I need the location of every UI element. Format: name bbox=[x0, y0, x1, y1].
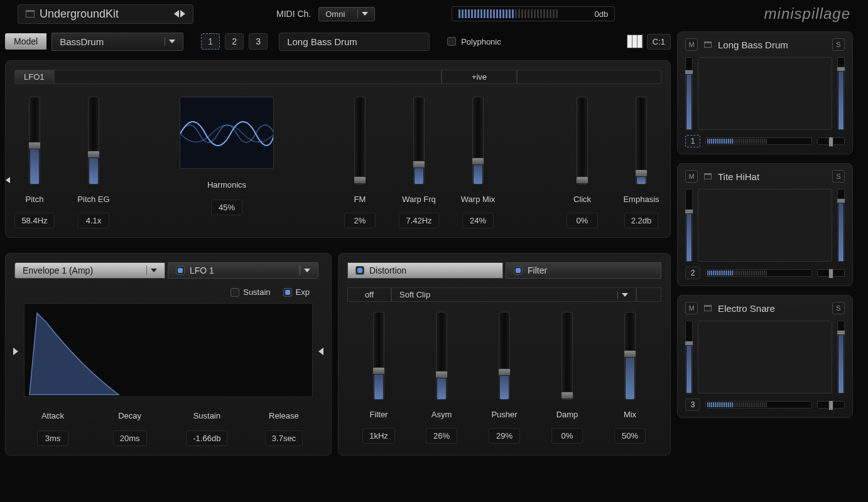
fm-slider[interactable] bbox=[354, 97, 366, 184]
lfo-polarity[interactable]: +ive bbox=[442, 70, 517, 84]
pad-2-waveform[interactable] bbox=[698, 189, 832, 262]
harmonics-value[interactable]: 45% bbox=[211, 200, 242, 215]
attack-value[interactable]: 3ms bbox=[37, 430, 68, 446]
pad-2-solo-button[interactable]: S bbox=[832, 170, 845, 183]
warp-mix-value[interactable]: 24% bbox=[462, 213, 494, 228]
preset-selector[interactable]: UndergroundKit bbox=[18, 4, 193, 24]
fx-asym-slider[interactable] bbox=[436, 312, 447, 400]
lfo-enable-checkbox[interactable] bbox=[176, 266, 185, 275]
fx-filter-slider[interactable] bbox=[373, 312, 384, 400]
dropdown-icon bbox=[362, 12, 368, 16]
warp-frq-value[interactable]: 7.42Hz bbox=[399, 213, 438, 228]
pad-3-waveform[interactable] bbox=[698, 321, 832, 393]
preset-prev-icon[interactable] bbox=[174, 10, 179, 18]
exp-checkbox[interactable] bbox=[283, 288, 292, 297]
click-value[interactable]: 0% bbox=[567, 213, 598, 228]
pad-3-volume-slider[interactable] bbox=[837, 321, 845, 393]
pad-1-pan-slider[interactable] bbox=[817, 137, 845, 145]
voice-name-field[interactable]: Long Bass Drum bbox=[279, 33, 430, 51]
fx-damp-value[interactable]: 0% bbox=[551, 428, 583, 444]
keyboard-icon[interactable] bbox=[627, 35, 643, 48]
pitch-slider[interactable] bbox=[29, 97, 40, 184]
sustain-checkbox[interactable] bbox=[231, 288, 239, 297]
pad-3-name: Electro Snare bbox=[718, 303, 826, 314]
fx-damp-slider[interactable] bbox=[561, 312, 573, 400]
release-value[interactable]: 3.7sec bbox=[265, 430, 303, 446]
pad-3-pan-slider[interactable] bbox=[817, 401, 845, 409]
filter-tab[interactable]: Filter bbox=[506, 262, 661, 279]
harmonics-display[interactable] bbox=[180, 97, 274, 169]
lfo-dest-slider[interactable] bbox=[517, 70, 661, 84]
click-slider[interactable] bbox=[577, 97, 588, 184]
pad-3-solo-button[interactable]: S bbox=[832, 302, 845, 314]
midi-note[interactable]: C:1 bbox=[647, 34, 671, 50]
fx-off-button[interactable]: off bbox=[347, 287, 391, 302]
pad-1-meter bbox=[705, 137, 812, 145]
pitch-value[interactable]: 58.4Hz bbox=[14, 213, 54, 228]
triangle-right-icon bbox=[13, 348, 18, 355]
midi-channel-label: MIDI Ch. bbox=[276, 9, 311, 19]
pad-1-mute-button[interactable]: M bbox=[685, 38, 698, 51]
decay-value[interactable]: 20ms bbox=[113, 430, 147, 446]
pad-1-waveform[interactable] bbox=[698, 57, 832, 130]
sustain-value[interactable]: -1.66db bbox=[186, 430, 227, 446]
pad-3-slot-button[interactable]: 3 bbox=[685, 398, 700, 411]
fx-mix-value[interactable]: 50% bbox=[614, 428, 646, 444]
fx-filter-value[interactable]: 1kHz bbox=[362, 428, 395, 444]
fx-pusher-value[interactable]: 29% bbox=[489, 428, 520, 444]
pitch-eg-slider[interactable] bbox=[88, 97, 99, 184]
pad-3-meter bbox=[705, 401, 812, 409]
envelope-panel: Envelope 1 (Amp) LFO 1 Sustain Exp bbox=[5, 253, 332, 456]
folder-icon bbox=[704, 173, 712, 179]
pad-2-mute-button[interactable]: M bbox=[685, 170, 698, 183]
warp-mix-slider[interactable] bbox=[472, 97, 484, 184]
output-meter: 0db bbox=[452, 6, 615, 21]
pad-3-pitch-slider[interactable] bbox=[685, 321, 693, 393]
pad-2-slot-button[interactable]: 2 bbox=[685, 267, 700, 279]
slot-1-button[interactable]: 1 bbox=[201, 33, 220, 50]
pitch-eg-value[interactable]: 4.1x bbox=[78, 213, 109, 228]
slot-2-button[interactable]: 2 bbox=[225, 33, 244, 50]
preset-next-icon[interactable] bbox=[180, 10, 185, 18]
fx-asym-value[interactable]: 26% bbox=[426, 428, 457, 444]
pad-2-volume-slider[interactable] bbox=[837, 189, 845, 262]
dropdown-icon bbox=[304, 269, 310, 272]
fx-mix-slider[interactable] bbox=[624, 312, 636, 400]
fx-panel: Distortion Filter off Soft Clip Filter 1… bbox=[338, 253, 671, 456]
dropdown-icon bbox=[151, 269, 157, 272]
oscillator-panel: LFO1 +ive Pitch 58.4Hz Pitch EG 4.1x bbox=[5, 60, 671, 238]
preset-name: UndergroundKit bbox=[40, 8, 119, 21]
model-select[interactable]: BassDrum bbox=[52, 33, 183, 51]
lfo-amount-slider[interactable] bbox=[54, 70, 442, 84]
distortion-enable-checkbox[interactable] bbox=[355, 266, 364, 275]
filter-enable-checkbox[interactable] bbox=[514, 266, 523, 275]
envelope-display[interactable] bbox=[24, 303, 313, 397]
polyphonic-checkbox[interactable] bbox=[447, 37, 456, 46]
pad-2-meter bbox=[705, 269, 812, 277]
pad-1-slot-button[interactable]: 1 bbox=[685, 135, 700, 147]
lfo-selector[interactable]: LFO 1 bbox=[168, 262, 318, 279]
distortion-tab[interactable]: Distortion bbox=[347, 262, 503, 279]
midi-channel-select[interactable]: Omni bbox=[318, 7, 375, 21]
folder-icon bbox=[704, 41, 712, 48]
pad-1-solo-button[interactable]: S bbox=[832, 38, 845, 51]
folder-icon bbox=[26, 10, 35, 18]
emphasis-value[interactable]: 2.2db bbox=[624, 213, 659, 228]
fx-pusher-slider[interactable] bbox=[499, 312, 510, 400]
warp-frq-slider[interactable] bbox=[413, 97, 425, 184]
fm-value[interactable]: 2% bbox=[344, 213, 376, 228]
pad-1-volume-slider[interactable] bbox=[837, 57, 845, 130]
pad-1-name: Long Bass Drum bbox=[718, 40, 826, 50]
slot-3-button[interactable]: 3 bbox=[249, 33, 268, 50]
pad-2-pan-slider[interactable] bbox=[817, 269, 845, 277]
triangle-left-icon bbox=[318, 348, 323, 355]
lfo-source-select[interactable]: LFO1 bbox=[14, 70, 54, 84]
dropdown-icon bbox=[622, 293, 628, 297]
fx-mode-select[interactable]: Soft Clip bbox=[391, 287, 636, 302]
emphasis-slider[interactable] bbox=[636, 97, 647, 184]
pad-2-pitch-slider[interactable] bbox=[685, 189, 693, 262]
envelope-selector[interactable]: Envelope 1 (Amp) bbox=[14, 262, 165, 279]
pad-1-pitch-slider[interactable] bbox=[685, 57, 693, 130]
pad-3-mute-button[interactable]: M bbox=[685, 302, 698, 314]
triangle-left-icon bbox=[6, 177, 10, 183]
